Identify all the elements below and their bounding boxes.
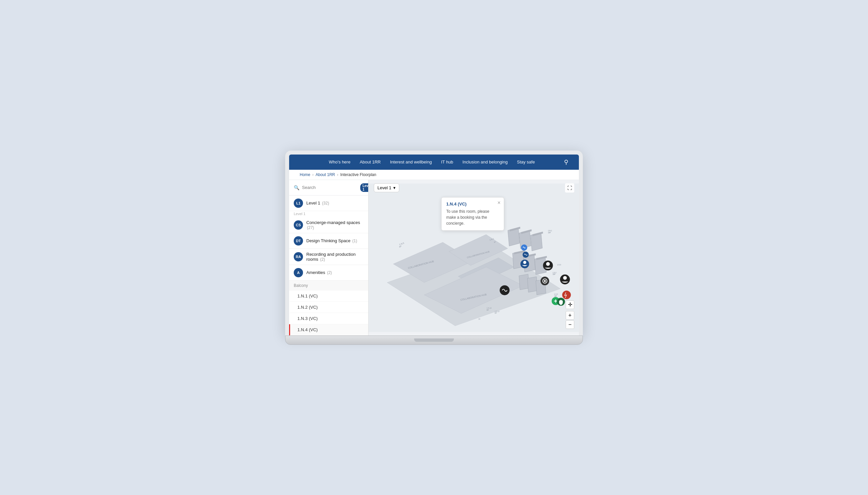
zoom-in-button[interactable]: + (566, 311, 574, 320)
map-popup: × 1.N.4 (VC) To use this room, please ma… (441, 197, 504, 231)
svg-text:1.5.12: 1.5.12 (495, 310, 500, 312)
navigation-bar: Who's here About 1RR Interest and wellbe… (289, 155, 579, 170)
section-label-balcony: Balcony (289, 280, 368, 291)
sidebar-category-level1[interactable]: L1 Level 1 (32) (289, 195, 368, 211)
breadcrumb-home[interactable]: Home (300, 172, 310, 177)
room-item-1n3[interactable]: 1.N.3 (VC) (289, 313, 368, 324)
svg-text:1.5.2: 1.5.2 (553, 271, 557, 273)
category-avatar-dt: DT (294, 236, 303, 245)
popup-title: 1.N.4 (VC) (446, 202, 499, 206)
breadcrumb-about-1rr[interactable]: About 1RR (316, 172, 335, 177)
svg-point-48 (523, 261, 526, 264)
breadcrumb-sep-2: › (337, 172, 338, 177)
svg-text:BP: BP (487, 309, 489, 311)
popup-body: To use this room, please make a booking … (446, 208, 499, 226)
pan-button[interactable]: ✛ (566, 301, 574, 309)
search-icon-small: 🔍 (294, 185, 299, 190)
nav-whos-here[interactable]: Who's here (329, 159, 350, 165)
nav-about-1rr[interactable]: About 1RR (360, 159, 381, 165)
level-badge: Level 1 (360, 183, 368, 192)
nav-inclusion-belonging[interactable]: Inclusion and belonging (463, 159, 508, 165)
sidebar-category-ra[interactable]: RA Recording and production rooms (2) (289, 249, 368, 265)
svg-text:18P: 18P (554, 295, 557, 297)
category-avatar-a: A (294, 268, 303, 277)
svg-point-44 (546, 262, 550, 266)
map-controls: ✛ + − (566, 301, 574, 329)
svg-text:1.5.3: 1.5.3 (557, 264, 561, 266)
category-label-level1: Level 1 (32) (306, 201, 329, 205)
svg-rect-14 (531, 232, 542, 251)
breadcrumb-sep-1: › (312, 172, 314, 177)
popup-close-button[interactable]: × (498, 200, 501, 205)
category-label-ra: Recording and production rooms (2) (306, 252, 364, 262)
category-avatar-cs: CS (294, 220, 303, 229)
sidebar-category-dt[interactable]: DT Design Thinking Space (1) (289, 233, 368, 249)
sidebar-category-concierge[interactable]: CS Concierge-managed spaces (27) (289, 217, 368, 233)
search-icon[interactable]: ⚲ (564, 158, 568, 166)
category-sublabel-level1: Level 1 (289, 211, 368, 217)
svg-text:10: 10 (478, 318, 480, 320)
room-item-1n2[interactable]: 1.N.2 (VC) (289, 302, 368, 313)
sidebar-category-amenities[interactable]: A Amenities (2) (289, 265, 368, 280)
map-toolbar: Level 1 ▾ (374, 183, 399, 192)
svg-point-52 (544, 280, 546, 282)
zoom-out-button[interactable]: − (566, 320, 574, 329)
category-label-concierge: Concierge-managed spaces (27) (306, 220, 364, 230)
search-bar: 🔍 Level 1 (289, 180, 368, 195)
category-label-dt: Design Thinking Space (1) (306, 238, 357, 243)
svg-text:1.5.2: 1.5.2 (554, 293, 558, 295)
level-dropdown-label: Level 1 (378, 185, 391, 190)
category-avatar-l1: L1 (294, 199, 303, 208)
breadcrumb-current: Interactive Floorplan (341, 172, 377, 177)
category-avatar-ra: RA (294, 252, 303, 261)
room-item-1n4[interactable]: 1.N.4 (VC) (289, 324, 368, 336)
svg-text:18P: 18P (548, 232, 551, 234)
svg-text:18P: 18P (553, 274, 555, 275)
search-input[interactable] (302, 185, 358, 190)
svg-rect-10 (508, 227, 520, 246)
category-label-amenities: Amenities (2) (306, 270, 332, 275)
breadcrumb: Home › About 1RR › Interactive Floorplan (289, 170, 579, 180)
nav-links: Who's here About 1RR Interest and wellbe… (300, 159, 564, 165)
svg-text:1.5.13: 1.5.13 (487, 307, 491, 309)
nav-stay-safe[interactable]: Stay safe (517, 159, 535, 165)
main-content: 🔍 Level 1 L1 Level 1 (32) Level 1 CS Con… (289, 180, 579, 336)
chevron-down-icon: ▾ (393, 185, 396, 190)
svg-text:BP: BP (495, 312, 497, 314)
svg-text:1.N.1: 1.N.1 (548, 229, 552, 232)
nav-interest-wellbeing[interactable]: Interest and wellbeing (390, 159, 432, 165)
nav-it-hub[interactable]: IT hub (441, 159, 453, 165)
fullscreen-button[interactable]: ⛶ (565, 183, 574, 192)
level-dropdown[interactable]: Level 1 ▾ (374, 183, 399, 192)
sidebar: 🔍 Level 1 L1 Level 1 (32) Level 1 CS Con… (289, 180, 368, 336)
room-item-1n1[interactable]: 1.N.1 (VC) (289, 291, 368, 302)
map-area: Level 1 ▾ ⛶ × 1.N.4 (VC) To use this roo… (368, 180, 579, 336)
svg-point-46 (563, 276, 567, 279)
sidebar-items: L1 Level 1 (32) Level 1 CS Concierge-man… (289, 195, 368, 336)
